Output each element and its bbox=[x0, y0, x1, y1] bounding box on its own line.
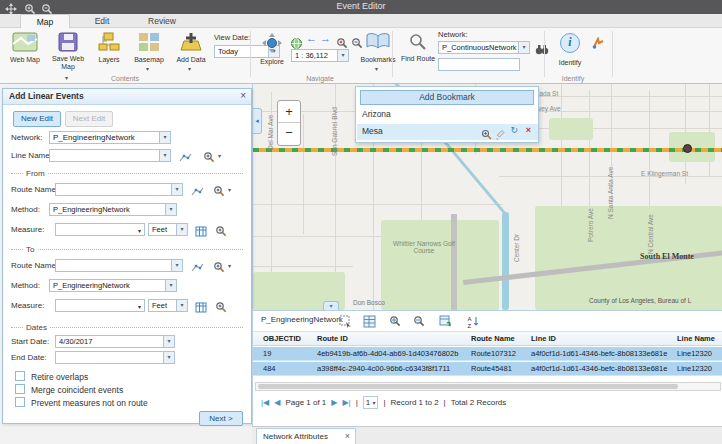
delete-bookmark-icon[interactable]: × bbox=[526, 125, 531, 135]
page-number-select[interactable]: 1 ▾ bbox=[363, 396, 379, 409]
new-edit-button[interactable]: New Edit bbox=[13, 111, 61, 127]
to-unit-select[interactable]: Feet▾ bbox=[148, 299, 188, 312]
from-unit-select[interactable]: Feet▾ bbox=[148, 223, 188, 236]
column-header[interactable]: Route ID bbox=[317, 332, 463, 346]
table-row[interactable]: 484 a398ff4c-2940-4c00-96b6-c6343f8f1711… bbox=[253, 362, 722, 376]
forward-arrow-icon[interactable]: → bbox=[320, 32, 331, 44]
map-zoom-in-button[interactable]: + bbox=[278, 101, 300, 123]
edit-bookmark-icon[interactable] bbox=[495, 126, 505, 144]
refresh-bookmark-icon[interactable]: ↻ bbox=[510, 125, 518, 135]
to-measure-input[interactable]: ▾ bbox=[55, 299, 145, 312]
layers-button[interactable]: Layers bbox=[92, 32, 126, 56]
bookmarks-button[interactable]: Bookmarks ▾ bbox=[356, 32, 400, 54]
select-route-on-map-icon[interactable] bbox=[191, 259, 204, 277]
first-page-icon[interactable]: |◀ bbox=[261, 398, 269, 407]
select-route-on-map-icon[interactable] bbox=[191, 183, 204, 201]
street-line bbox=[709, 84, 710, 176]
web-map-button[interactable]: Web Map bbox=[6, 32, 44, 56]
show-selected-icon[interactable] bbox=[339, 314, 352, 332]
basemap-button[interactable]: Basemap ▾ bbox=[130, 32, 168, 56]
route-search-input[interactable] bbox=[438, 58, 520, 71]
next-page-icon[interactable]: ▶ bbox=[331, 398, 337, 407]
from-route-name-select[interactable]: ▾ bbox=[55, 183, 183, 196]
collapse-left-arrow[interactable]: ◂ bbox=[253, 108, 262, 134]
save-web-map-button[interactable]: Save Web Map ▾ bbox=[48, 32, 88, 56]
back-arrow-icon[interactable]: ← bbox=[306, 32, 317, 44]
prevent-measures-checkbox[interactable] bbox=[15, 397, 25, 407]
close-icon[interactable]: × bbox=[240, 90, 246, 101]
table-icon[interactable] bbox=[363, 314, 376, 332]
zoom-tool-icon[interactable] bbox=[213, 183, 225, 201]
to-method-select[interactable]: P_EngineeringNetwork▾ bbox=[49, 279, 177, 292]
scrollbar-thumb[interactable] bbox=[258, 384, 678, 389]
route-feature-line[interactable] bbox=[253, 148, 722, 152]
collapse-bottom-arrow[interactable]: ▾ bbox=[323, 301, 339, 310]
to-route-name-select[interactable]: ▾ bbox=[55, 259, 183, 272]
close-icon[interactable]: × bbox=[345, 429, 350, 444]
column-header[interactable]: Line ID bbox=[531, 332, 671, 346]
bookmark-item-arizona[interactable]: Arizona bbox=[362, 109, 391, 119]
chevron-down-icon[interactable]: ▾ bbox=[228, 187, 231, 193]
from-measure-input[interactable]: ▾ bbox=[55, 223, 145, 236]
column-header[interactable]: Line Name bbox=[677, 332, 721, 346]
chevron-down-icon: ▾ bbox=[518, 42, 529, 53]
explore-button[interactable]: Explore bbox=[256, 32, 288, 58]
zoom-tool-icon[interactable] bbox=[213, 259, 225, 277]
line-name-select[interactable]: ▾ bbox=[49, 149, 171, 162]
chevron-down-icon[interactable]: ▾ bbox=[228, 263, 231, 269]
table-row[interactable]: 19 4eb9419b-af6b-4d04-ab69-1d403476802b … bbox=[253, 347, 722, 361]
zoom-tool-icon[interactable] bbox=[215, 223, 227, 241]
tab-edit[interactable]: Edit bbox=[82, 14, 122, 28]
to-measure-label: Measure: bbox=[11, 301, 44, 310]
identify-icon: i bbox=[560, 33, 580, 53]
tab-review[interactable]: Review bbox=[138, 14, 186, 28]
select-line-on-map-icon[interactable] bbox=[179, 149, 192, 167]
measure-picker-icon[interactable] bbox=[195, 299, 207, 317]
svg-text:Z: Z bbox=[468, 323, 472, 329]
sort-icon[interactable]: AZ bbox=[467, 314, 480, 332]
next-edit-button[interactable]: Next Edit bbox=[65, 111, 113, 127]
network-select[interactable]: P_ContinuousNetwork ▾ bbox=[438, 41, 530, 54]
zoom-tool-icon[interactable] bbox=[203, 149, 215, 167]
zoom-to-selected-icon[interactable] bbox=[389, 314, 402, 332]
from-section-divider: From bbox=[11, 173, 243, 174]
zoom-to-bookmark-icon[interactable] bbox=[481, 126, 492, 144]
tab-map[interactable]: Map bbox=[20, 14, 70, 28]
retire-overlaps-checkbox[interactable] bbox=[15, 371, 25, 381]
chevron-down-icon: ▾ bbox=[372, 400, 375, 406]
find-route-button[interactable]: Find Route bbox=[400, 33, 436, 55]
network-field-select[interactable]: P_EngineeringNetwork ▾ bbox=[49, 131, 171, 144]
route-end-marker[interactable] bbox=[683, 144, 692, 153]
chevron-down-icon[interactable]: ▾ bbox=[218, 153, 221, 159]
last-page-icon[interactable]: ▶| bbox=[342, 398, 350, 407]
identify-route-icon[interactable] bbox=[592, 35, 605, 53]
switch-table-icon[interactable] bbox=[439, 314, 452, 332]
layer-name-label: P_EngineeringNetwork bbox=[261, 315, 343, 324]
start-date-select[interactable]: 4/30/2017▾ bbox=[55, 335, 175, 348]
horizontal-scrollbar[interactable] bbox=[255, 382, 721, 391]
chevron-down-icon: ▾ bbox=[171, 260, 182, 271]
map-zoom-out-button[interactable]: − bbox=[278, 123, 300, 145]
column-header[interactable]: OBJECTID bbox=[263, 332, 313, 346]
column-header[interactable]: Route Name bbox=[471, 332, 527, 346]
tab-network-attributes[interactable]: Network Attributes × bbox=[256, 428, 356, 444]
measure-picker-icon[interactable] bbox=[195, 223, 207, 241]
add-data-icon bbox=[180, 38, 202, 55]
prev-page-icon[interactable]: ◀ bbox=[274, 398, 280, 407]
retire-overlaps-label: Retire overlaps bbox=[31, 372, 88, 382]
from-method-select[interactable]: P_EngineeringNetwork▾ bbox=[49, 203, 177, 216]
binoculars-icon[interactable] bbox=[535, 41, 549, 59]
chevron-down-icon: ▾ bbox=[146, 66, 149, 72]
zoom-tool-icon[interactable] bbox=[215, 299, 227, 317]
merge-coincident-checkbox[interactable] bbox=[15, 384, 25, 394]
pan-to-selected-icon[interactable] bbox=[413, 314, 426, 332]
scale-select[interactable]: 1 : 36,112 ▾ bbox=[291, 49, 349, 62]
end-date-select[interactable]: ▾ bbox=[55, 351, 175, 364]
chevron-down-icon: ▾ bbox=[165, 280, 176, 291]
line-name-field-label: Line Name: bbox=[11, 151, 52, 160]
add-bookmark-button[interactable]: Add Bookmark bbox=[360, 90, 534, 105]
add-data-button[interactable]: Add Data ▾ bbox=[172, 32, 210, 56]
next-button[interactable]: Next > bbox=[199, 411, 243, 426]
identify-button[interactable]: i Identify bbox=[552, 33, 588, 53]
bookmark-item-mesa[interactable]: Mesa ↻ × bbox=[357, 124, 538, 140]
